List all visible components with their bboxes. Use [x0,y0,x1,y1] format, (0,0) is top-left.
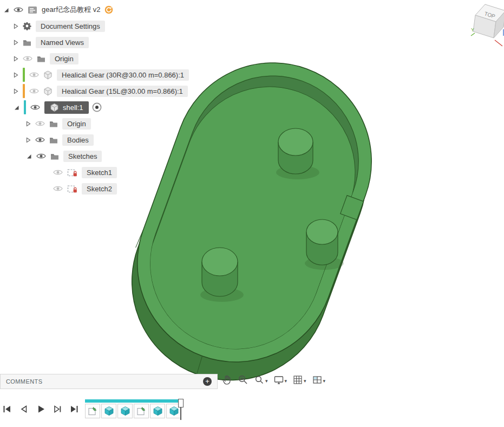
previous-feature-button[interactable] [18,403,30,415]
comments-bar[interactable]: COMMENTS + [0,374,218,389]
activate-component-radio[interactable] [92,102,102,112]
play-button[interactable] [35,403,47,415]
document-icon [28,6,37,14]
row-label[interactable]: Origin [50,53,78,64]
timeline-item-extrude[interactable] [117,404,133,418]
timeline-item-extrude[interactable] [101,404,116,418]
chevron-right-icon[interactable] [26,121,31,127]
row-label[interactable]: Sketches [63,151,102,162]
eye-icon[interactable] [14,7,23,13]
go-to-end-button[interactable] [68,403,80,415]
folder-icon [37,55,45,62]
document-title[interactable]: gear纪念品教程 v2 [42,5,100,15]
eye-icon[interactable] [35,137,45,143]
browser-row-sketches[interactable]: Sketches [0,148,102,164]
add-comment-icon[interactable]: + [203,377,212,386]
folder-icon [49,137,58,144]
row-label[interactable]: Bodies [62,134,94,146]
chevron-right-icon[interactable] [14,72,18,78]
viewcube-y-axis-label: Y [471,27,474,33]
eye-icon[interactable] [30,104,40,111]
sketch-locked-icon [67,168,77,177]
timeline-playback-controls [1,403,80,415]
eye-icon[interactable] [36,153,46,159]
chevron-right-icon[interactable] [14,23,18,29]
expand-arrow-icon[interactable] [3,7,9,13]
component-icon [50,103,59,112]
browser-row-shell[interactable]: shell:1 [0,99,106,115]
grid-icon [292,374,303,387]
row-label[interactable]: Healical Gear (15L@30.00 m=0.866):1 [57,86,188,97]
chevron-right-icon[interactable] [26,137,31,143]
browser-row-named-views[interactable]: Named Views [0,34,89,50]
chevron-right-icon[interactable] [14,40,18,46]
eye-off-icon[interactable] [23,55,32,62]
row-label[interactable]: Healical Gear (30R@30.00 m=0.866):1 [57,69,189,81]
zoom-in-button[interactable] [236,373,250,389]
display-settings-button[interactable]: ▾ [272,373,289,389]
eye-off-icon[interactable] [53,185,63,192]
unsaved-sync-badge-icon[interactable] [104,5,113,14]
timeline-item-sketch[interactable] [85,404,100,418]
boss-cylinder-left[interactable] [202,248,238,296]
go-to-start-button[interactable] [1,403,13,415]
zoom-fit-icon [254,374,265,387]
timeline-active-range-bar[interactable] [85,399,180,403]
row-label[interactable]: shell:1 [63,103,83,112]
chevron-down-icon[interactable]: ▾ [323,378,326,384]
browser-row-sketch1[interactable]: Sketch1 [0,164,117,180]
grid-snap-button[interactable]: ▾ [291,373,308,389]
chevron-down-icon[interactable]: ▾ [285,378,287,384]
chevron-right-icon[interactable] [14,56,18,62]
expand-arrow-icon[interactable] [14,105,19,111]
viewcube[interactable]: TOP Y [470,0,504,50]
viewports-icon [312,374,323,387]
component-icon [43,70,53,80]
component-color-bar [23,84,25,98]
chevron-down-icon[interactable]: ▾ [304,378,306,384]
viewports-button[interactable]: ▾ [310,373,328,389]
sketch-locked-icon [67,184,77,193]
component-color-bar [24,100,26,114]
timeline-playhead-handle[interactable] [178,399,184,407]
viewcube-y-axis-line [471,33,475,36]
timeline-item-extrude[interactable] [150,404,165,418]
eye-off-icon[interactable] [35,120,45,127]
browser-row-bodies[interactable]: Bodies [0,132,94,148]
folder-icon [50,153,59,160]
row-label[interactable]: Document Settings [36,21,105,32]
folder-icon [23,39,31,46]
selected-component[interactable]: shell:1 [44,101,89,114]
expand-arrow-icon[interactable] [26,153,32,159]
gear-icon [23,22,31,30]
next-feature-button[interactable] [51,403,63,415]
viewcube-x-axis-line [495,40,502,46]
eye-off-icon[interactable] [29,88,39,94]
comments-label[interactable]: COMMENTS [6,378,203,385]
component-icon [43,87,53,96]
row-label[interactable]: Sketch1 [82,167,117,178]
browser-row-gear-30r[interactable]: Healical Gear (30R@30.00 m=0.866):1 [0,67,189,83]
browser-row-root[interactable]: gear纪念品教程 v2 [0,2,117,18]
eye-off-icon[interactable] [53,169,63,176]
browser-row-document-settings[interactable]: Document Settings [0,18,105,34]
boss-cylinder-top[interactable] [278,128,313,174]
display-settings-icon [273,374,284,387]
browser-row-gear-15l[interactable]: Healical Gear (15L@30.00 m=0.866):1 [0,83,188,99]
navigation-toolbar: ▾ ▾ ▾ ▾ [220,373,327,389]
row-label[interactable]: Named Views [36,37,89,48]
chevron-down-icon[interactable]: ▾ [265,378,268,384]
chevron-right-icon[interactable] [14,88,18,94]
row-label[interactable]: Sketch2 [82,183,117,195]
eye-off-icon[interactable] [29,72,39,78]
browser-row-origin[interactable]: Origin [0,50,78,67]
timeline-item-sketch[interactable] [134,404,149,418]
row-label[interactable]: Origin [62,118,91,130]
browser-row-sketch2[interactable]: Sketch2 [0,180,117,197]
boss-cylinder-right[interactable] [306,219,338,265]
browser-row-shell-origin[interactable]: Origin [0,115,91,132]
pan-button[interactable] [220,373,234,389]
component-color-bar [23,68,25,82]
zoom-fit-button[interactable]: ▾ [252,373,270,389]
pan-hand-icon [221,374,232,387]
